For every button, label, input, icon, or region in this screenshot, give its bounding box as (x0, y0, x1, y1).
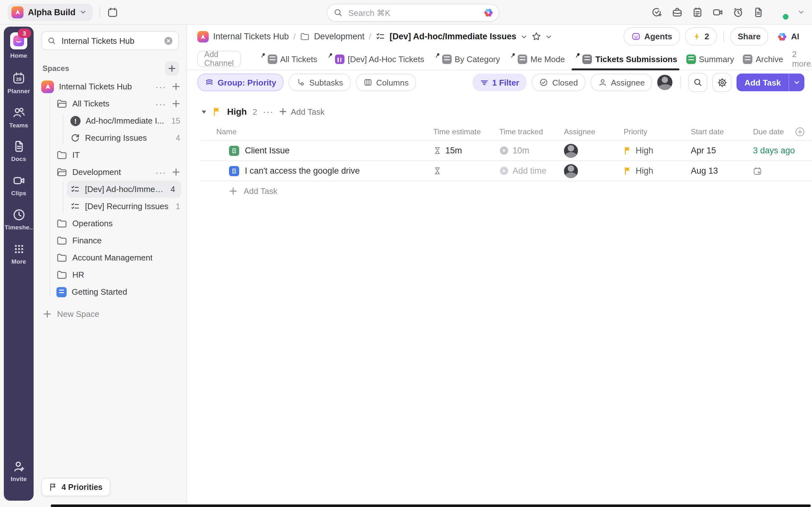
rail-item-teams[interactable]: Teams (4, 106, 34, 140)
assignee-cell[interactable] (564, 141, 623, 161)
sidebar-item-finance[interactable]: Finance (34, 232, 187, 249)
alarm-clock-icon[interactable] (733, 7, 744, 17)
star-icon[interactable] (531, 32, 541, 41)
add-channel-button[interactable]: Add Channel (197, 51, 241, 67)
priorities-button[interactable]: 4 Priorities (41, 478, 110, 496)
inbox-briefcase-icon[interactable] (672, 7, 682, 17)
sidebar-item-getting-started[interactable]: Getting Started (34, 283, 187, 300)
filter-avatar[interactable] (658, 75, 673, 90)
chevron-down-icon[interactable] (521, 33, 527, 40)
sidebar-search[interactable] (41, 31, 179, 50)
sidebar-item-hr[interactable]: HR (34, 266, 187, 283)
column-header-priority[interactable]: Priority (623, 124, 691, 141)
time-estimate-cell[interactable]: 15m (433, 141, 499, 161)
start-date-cell[interactable]: Apr 15 (691, 141, 753, 161)
view-settings-button[interactable] (713, 73, 732, 92)
add-space-icon[interactable] (165, 61, 179, 75)
more-options-icon[interactable]: ··· (155, 169, 166, 175)
document-icon[interactable] (753, 7, 764, 17)
global-search[interactable] (327, 4, 499, 21)
group-add-task[interactable]: Add Task (280, 107, 325, 116)
columns-button[interactable]: Columns (356, 73, 416, 91)
sidebar-item-adhoc-immediate[interactable]: ! Ad-hoc/Immediate I... 15 (34, 112, 187, 129)
sidebar-item-it[interactable]: IT (34, 147, 187, 164)
breadcrumb-list[interactable]: [Dev] Ad-hoc/Immediate Issues (390, 32, 516, 41)
video-icon[interactable] (712, 7, 723, 17)
column-header-assignee[interactable]: Assignee (564, 124, 623, 141)
breadcrumb-space[interactable]: Internal Tickets Hub (213, 32, 289, 41)
add-icon[interactable] (172, 82, 180, 91)
subtasks-button[interactable]: Subtasks (289, 73, 351, 91)
collapse-triangle-icon[interactable] (201, 109, 207, 114)
rail-item-home[interactable]: 3 Home (4, 32, 34, 72)
sidebar-item-dev-recurring[interactable]: [Dev] Recurring Issues 1 (34, 198, 187, 215)
closed-filter-button[interactable]: Closed (532, 73, 586, 91)
tab-summary[interactable]: Summary (686, 48, 734, 70)
tab-archive[interactable]: Archive (743, 48, 783, 70)
agents-button[interactable]: Agents (623, 27, 680, 46)
rail-item-clips[interactable]: Clips (4, 174, 34, 209)
filter-button[interactable]: 1 Filter (473, 73, 527, 91)
rail-item-invite[interactable]: Invite (4, 460, 34, 501)
assignee-filter-button[interactable]: Assignee (591, 73, 653, 91)
search-tasks-button[interactable] (689, 73, 708, 92)
priority-cell[interactable]: High (623, 141, 691, 161)
tab-dev-adhoc-tickets[interactable]: [Dev] Ad-Hoc Tickets (326, 48, 424, 70)
breadcrumb-folder[interactable]: Development (314, 32, 364, 41)
group-by-button[interactable]: Group: Priority (197, 73, 284, 91)
clear-search-icon[interactable] (164, 36, 173, 45)
rail-item-more[interactable]: More (4, 243, 34, 277)
share-button[interactable]: Share (730, 27, 768, 46)
chevron-down-icon[interactable] (798, 9, 804, 15)
more-tabs-link[interactable]: 2 more... (792, 49, 812, 68)
sidebar-item-space-hub[interactable]: Internal Tickets Hub ··· (34, 78, 187, 95)
column-header-due-date[interactable]: Due date (753, 124, 795, 141)
notepad-icon[interactable] (692, 7, 703, 17)
boost-button[interactable]: 2 (685, 27, 716, 46)
add-icon[interactable] (172, 100, 180, 108)
more-options-icon[interactable]: ··· (155, 83, 166, 90)
start-date-cell[interactable]: Aug 13 (691, 161, 753, 181)
rail-item-timesheets[interactable]: Timeshe.. (4, 209, 34, 243)
assignee-cell[interactable] (564, 161, 623, 181)
group-options-icon[interactable]: ··· (263, 108, 274, 115)
sidebar-item-development[interactable]: Development ··· (34, 164, 187, 181)
task-name-cell[interactable]: Client Issue (201, 141, 433, 161)
task-name-cell[interactable]: I can't access the google drive (201, 161, 433, 181)
column-header-start-date[interactable]: Start date (691, 124, 753, 141)
calendar-icon[interactable] (107, 7, 118, 17)
column-header-name[interactable]: Name (201, 124, 433, 141)
add-task-row[interactable]: Add Task (201, 181, 812, 201)
chevron-down-icon[interactable] (789, 73, 804, 91)
column-header-time-tracked[interactable]: Time tracked (499, 124, 564, 141)
add-icon[interactable] (172, 168, 180, 176)
tab-me-mode[interactable]: Me Mode (509, 48, 565, 70)
tab-tickets-submissions[interactable]: Tickets Submissions (574, 48, 677, 70)
rail-item-docs[interactable]: Docs (4, 140, 34, 174)
ai-flower-icon[interactable] (484, 8, 494, 18)
column-header-time-estimate[interactable]: Time estimate (433, 124, 499, 141)
due-date-cell[interactable]: 3 days ago (753, 141, 795, 161)
time-estimate-cell[interactable] (433, 161, 499, 181)
workspace-switcher[interactable]: Alpha Build (8, 3, 93, 20)
priority-cell[interactable]: High (623, 161, 691, 181)
tab-all-tickets[interactable]: All Tickets (258, 48, 317, 70)
ai-button[interactable]: AI (773, 32, 803, 42)
due-date-cell[interactable] (753, 161, 795, 181)
sidebar-search-input[interactable] (60, 35, 159, 46)
add-column-icon[interactable] (795, 127, 805, 137)
sidebar-item-dev-adhoc[interactable]: [Dev] Ad-hoc/Immed... 4 (67, 181, 182, 198)
search-input[interactable] (347, 7, 479, 18)
sidebar-item-operations[interactable]: Operations (34, 215, 187, 232)
tab-by-category[interactable]: By Category (433, 48, 500, 70)
time-tracked-cell[interactable]: 10m (499, 141, 564, 161)
chevron-down-icon[interactable] (546, 33, 552, 40)
add-task-button[interactable]: Add Task (737, 73, 804, 91)
user-avatar[interactable] (773, 4, 789, 20)
sidebar-item-recurring-issues[interactable]: Recurring Issues 4 (34, 129, 187, 147)
new-space-button[interactable]: New Space (34, 305, 187, 322)
more-options-icon[interactable]: ··· (155, 101, 166, 107)
sidebar-item-account-management[interactable]: Account Management (34, 249, 187, 266)
rail-item-planner[interactable]: 28 Planner (4, 72, 34, 106)
sidebar-item-all-tickets[interactable]: All Tickets ··· (34, 95, 187, 112)
